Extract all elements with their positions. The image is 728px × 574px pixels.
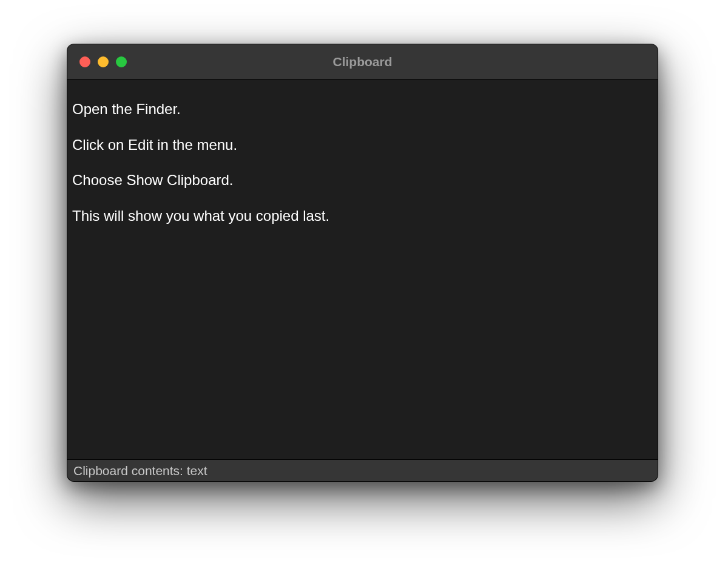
close-icon[interactable]	[79, 56, 90, 67]
traffic-lights	[79, 56, 127, 67]
statusbar: Clipboard contents: text	[67, 459, 658, 481]
window-title: Clipboard	[67, 55, 658, 69]
clipboard-line: Choose Show Clipboard.	[72, 171, 653, 189]
clipboard-line: Open the Finder.	[72, 100, 653, 118]
clipboard-line: This will show you what you copied last.	[72, 207, 653, 225]
clipboard-line: Click on Edit in the menu.	[72, 136, 653, 154]
clipboard-window: Clipboard Open the Finder. Click on Edit…	[67, 44, 658, 482]
status-text: Clipboard contents: text	[73, 464, 207, 478]
minimize-icon[interactable]	[98, 56, 109, 67]
titlebar[interactable]: Clipboard	[67, 44, 658, 79]
clipboard-content: Open the Finder. Click on Edit in the me…	[67, 79, 658, 459]
maximize-icon[interactable]	[116, 56, 127, 67]
